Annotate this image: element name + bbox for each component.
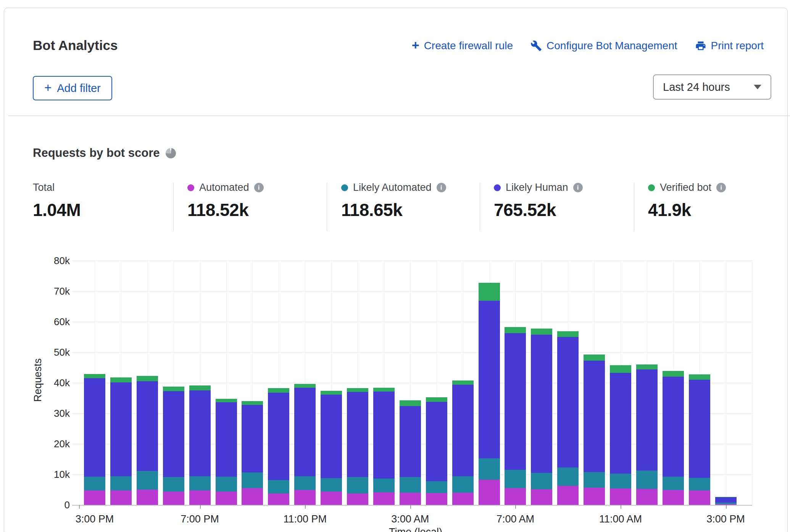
bar-segment-likely-human[interactable] xyxy=(584,361,605,472)
bar-segment-likely-automated[interactable] xyxy=(189,476,211,490)
bar-segment-likely-automated[interactable] xyxy=(715,503,737,504)
bar-segment-automated[interactable] xyxy=(479,480,500,505)
bar-segment-likely-automated[interactable] xyxy=(557,468,579,486)
bar-segment-automated[interactable] xyxy=(84,490,105,505)
create-firewall-rule-link[interactable]: + Create firewall rule xyxy=(412,39,513,52)
bar-segment-verified-bot[interactable] xyxy=(163,387,184,391)
bar-segment-verified-bot[interactable] xyxy=(321,391,342,395)
bar-segment-verified-bot[interactable] xyxy=(689,374,710,380)
bar-segment-verified-bot[interactable] xyxy=(715,497,737,497)
bar-segment-automated[interactable] xyxy=(452,493,474,505)
bar-segment-verified-bot[interactable] xyxy=(531,329,552,335)
bar-segment-likely-automated[interactable] xyxy=(216,477,237,491)
bar-segment-likely-automated[interactable] xyxy=(163,477,184,492)
bar-segment-likely-human[interactable] xyxy=(479,301,500,458)
add-filter-button[interactable]: + Add filter xyxy=(33,76,112,100)
bar-segment-likely-automated[interactable] xyxy=(84,477,105,490)
bar-segment-likely-human[interactable] xyxy=(110,382,132,476)
bar-segment-verified-bot[interactable] xyxy=(426,397,447,402)
bar-segment-likely-human[interactable] xyxy=(400,406,421,477)
bar-segment-likely-human[interactable] xyxy=(373,392,395,479)
bar-segment-automated[interactable] xyxy=(400,493,421,505)
bar-segment-likely-human[interactable] xyxy=(663,377,684,477)
time-range-select[interactable]: Last 24 hours xyxy=(653,74,771,100)
bar-segment-likely-human[interactable] xyxy=(610,373,631,474)
bar-segment-verified-bot[interactable] xyxy=(505,327,526,333)
bar-segment-automated[interactable] xyxy=(426,493,447,505)
bar-segment-likely-automated[interactable] xyxy=(689,478,710,491)
bar-segment-automated[interactable] xyxy=(347,493,368,505)
print-report-link[interactable]: Print report xyxy=(695,40,764,52)
bar-segment-verified-bot[interactable] xyxy=(373,388,395,392)
bar-segment-likely-automated[interactable] xyxy=(347,477,368,493)
bar-segment-likely-automated[interactable] xyxy=(636,471,658,489)
bar-segment-automated[interactable] xyxy=(531,489,552,505)
bar-segment-automated[interactable] xyxy=(505,488,526,505)
bar-segment-verified-bot[interactable] xyxy=(216,399,237,402)
bar-segment-likely-human[interactable] xyxy=(137,381,158,471)
bar-segment-likely-automated[interactable] xyxy=(505,470,526,488)
bar-segment-likely-automated[interactable] xyxy=(400,477,421,493)
bar-segment-automated[interactable] xyxy=(689,490,710,505)
bar-segment-automated[interactable] xyxy=(715,504,737,505)
bar-segment-likely-automated[interactable] xyxy=(531,473,552,489)
bar-segment-verified-bot[interactable] xyxy=(137,376,158,381)
bar-segment-automated[interactable] xyxy=(110,490,132,505)
bar-segment-automated[interactable] xyxy=(294,490,316,505)
bar-segment-likely-human[interactable] xyxy=(189,390,211,476)
info-icon[interactable]: i xyxy=(716,183,726,192)
bar-segment-automated[interactable] xyxy=(663,490,684,505)
bar-segment-verified-bot[interactable] xyxy=(479,283,500,301)
bar-segment-likely-human[interactable] xyxy=(242,405,263,472)
bar-segment-verified-bot[interactable] xyxy=(584,355,605,361)
bar-segment-verified-bot[interactable] xyxy=(663,371,684,377)
bar-segment-automated[interactable] xyxy=(636,489,658,505)
bar-segment-verified-bot[interactable] xyxy=(189,385,211,390)
bar-segment-likely-automated[interactable] xyxy=(426,481,447,493)
bar-segment-likely-human[interactable] xyxy=(294,388,316,476)
bar-segment-likely-human[interactable] xyxy=(321,395,342,478)
bar-segment-likely-human[interactable] xyxy=(636,369,658,471)
bar-segment-automated[interactable] xyxy=(242,488,263,505)
bar-segment-likely-human[interactable] xyxy=(557,337,579,468)
bar-segment-automated[interactable] xyxy=(189,490,211,505)
bar-segment-automated[interactable] xyxy=(610,488,631,505)
bar-segment-likely-human[interactable] xyxy=(163,391,184,477)
bar-segment-automated[interactable] xyxy=(321,492,342,505)
bar-segment-likely-automated[interactable] xyxy=(268,480,289,493)
bar-segment-verified-bot[interactable] xyxy=(400,400,421,406)
bar-segment-verified-bot[interactable] xyxy=(268,388,289,393)
bar-segment-likely-automated[interactable] xyxy=(584,472,605,488)
bar-segment-likely-human[interactable] xyxy=(452,385,474,476)
bar-segment-verified-bot[interactable] xyxy=(110,377,132,383)
bar-segment-automated[interactable] xyxy=(557,486,579,505)
bar-segment-likely-human[interactable] xyxy=(505,333,526,470)
bar-segment-likely-automated[interactable] xyxy=(242,472,263,488)
bar-segment-likely-automated[interactable] xyxy=(663,477,684,490)
bar-segment-verified-bot[interactable] xyxy=(242,401,263,405)
info-icon[interactable]: i xyxy=(254,183,264,192)
bar-segment-verified-bot[interactable] xyxy=(610,365,631,373)
bar-segment-likely-human[interactable] xyxy=(715,497,737,503)
bar-segment-likely-human[interactable] xyxy=(689,380,710,478)
bar-segment-likely-automated[interactable] xyxy=(137,471,158,490)
bar-segment-likely-automated[interactable] xyxy=(479,458,500,480)
bar-segment-verified-bot[interactable] xyxy=(294,384,316,388)
bar-segment-automated[interactable] xyxy=(216,492,237,505)
bar-segment-verified-bot[interactable] xyxy=(347,388,368,392)
bar-segment-likely-human[interactable] xyxy=(531,335,552,473)
bar-segment-automated[interactable] xyxy=(163,492,184,505)
info-icon[interactable]: i xyxy=(437,183,446,192)
bar-segment-automated[interactable] xyxy=(268,493,289,505)
configure-bot-management-link[interactable]: Configure Bot Management xyxy=(530,40,677,52)
bar-segment-likely-human[interactable] xyxy=(268,393,289,480)
bar-segment-verified-bot[interactable] xyxy=(84,374,105,378)
bar-segment-likely-automated[interactable] xyxy=(373,479,395,492)
bar-segment-likely-human[interactable] xyxy=(347,392,368,477)
bar-segment-likely-automated[interactable] xyxy=(294,476,316,490)
bar-segment-likely-automated[interactable] xyxy=(321,478,342,492)
bar-segment-verified-bot[interactable] xyxy=(557,331,579,337)
bar-segment-automated[interactable] xyxy=(137,490,158,505)
bar-segment-likely-human[interactable] xyxy=(216,402,237,477)
bar-segment-verified-bot[interactable] xyxy=(452,380,474,385)
